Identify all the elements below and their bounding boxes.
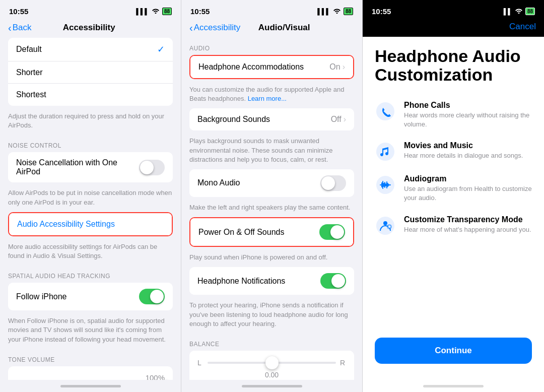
mid-back-button[interactable]: ‹ Accessibility <box>189 23 240 33</box>
mid-status-icons: ▌▌▌ 88 <box>317 8 353 15</box>
right-battery-badge: 88 <box>525 8 535 15</box>
balance-l-label: L <box>197 359 203 367</box>
mono-audio-item[interactable]: Mono Audio <box>189 169 354 197</box>
balance-group: L R 0.00 <box>189 351 354 380</box>
balance-item[interactable]: L R 0.00 <box>189 351 354 380</box>
left-nav-title: Accessibility <box>35 23 143 33</box>
noise-cancellation-item[interactable]: Noise Cancellation with One AirPod <box>8 152 173 182</box>
mid-back-chevron-icon: ‹ <box>189 23 193 33</box>
audio-accessibility-highlighted[interactable]: Audio Accessibility Settings <box>8 212 173 236</box>
left-home-indicator <box>0 380 181 392</box>
headphone-notifications-item[interactable]: Headphone Notifications <box>189 267 354 295</box>
follow-iphone-toggle[interactable] <box>139 289 165 304</box>
audiogram-title: Audiogram <box>404 174 532 183</box>
power-sounds-highlighted[interactable]: Power On & Off Sounds <box>189 217 354 247</box>
headphone-accommodations-item[interactable]: Headphone Accommodations On › <box>190 56 353 78</box>
right-status-bar: 10:55 ▌▌ 88 <box>363 0 544 20</box>
power-sounds-knob <box>330 225 344 239</box>
right-content: Headphone Audio Customization Phone Call… <box>363 37 544 380</box>
balance-r-label: R <box>340 359 346 367</box>
signal-icon: ▌▌▌ <box>136 8 149 15</box>
background-sounds-item[interactable]: Background Sounds Off › <box>189 108 354 130</box>
mono-audio-knob <box>321 176 335 190</box>
mid-status-bar: 10:55 ▌▌▌ 88 <box>181 0 362 20</box>
balance-thumb[interactable] <box>265 356 279 369</box>
shorter-label: Shorter <box>16 68 165 77</box>
back-label: Back <box>13 23 32 33</box>
cancel-button[interactable]: Cancel <box>509 22 536 32</box>
headphone-chevron-icon: › <box>343 62 345 72</box>
continue-button[interactable]: Continue <box>375 338 532 364</box>
follow-iphone-item[interactable]: Follow iPhone <box>8 283 173 310</box>
waveform-icon <box>375 174 396 195</box>
background-sounds-label: Background Sounds <box>197 115 331 124</box>
background-sounds-desc: Plays background sounds to mask unwanted… <box>181 135 362 169</box>
balance-track[interactable] <box>208 362 336 364</box>
left-home-bar <box>60 385 121 387</box>
mono-audio-desc: Make the left and right speakers play th… <box>181 201 362 217</box>
movies-music-title: Movies and Music <box>404 141 523 150</box>
audio-section-label: AUDIO <box>181 38 362 55</box>
svg-point-14 <box>383 221 387 225</box>
feature-movies-music: Movies and Music Hear more details in di… <box>375 141 532 162</box>
list-item-shorter[interactable]: Shorter <box>8 61 173 84</box>
transparency-desc: Hear more of what's happening around you… <box>404 225 531 234</box>
right-home-indicator <box>363 380 544 392</box>
feature-phone-calls: Phone Calls Hear words more clearly with… <box>375 101 532 129</box>
mono-audio-group: Mono Audio <box>189 169 354 197</box>
mid-home-indicator <box>181 380 362 392</box>
power-sounds-desc: Play sound when iPhone is powered on and… <box>181 251 362 267</box>
wifi-icon <box>152 8 160 15</box>
power-sounds-toggle[interactable] <box>319 224 345 240</box>
list-item-shortest[interactable]: Shortest <box>8 84 173 106</box>
follow-desc: When Follow iPhone is on, spatial audio … <box>0 314 181 349</box>
learn-more-link[interactable]: Learn more... <box>248 95 287 102</box>
svg-point-1 <box>376 143 394 161</box>
balance-section-label: BALANCE <box>181 334 362 351</box>
mono-audio-label: Mono Audio <box>197 178 320 187</box>
list-item-default[interactable]: Default ✓ <box>8 38 173 61</box>
headphone-notifications-toggle[interactable] <box>320 273 346 289</box>
back-button[interactable]: ‹ Back <box>8 23 31 33</box>
default-check-icon: ✓ <box>157 44 165 55</box>
follow-iphone-label: Follow iPhone <box>16 292 139 301</box>
background-sounds-value: Off <box>331 115 342 124</box>
tone-slider-container: 100% <box>8 366 173 380</box>
phone-icon <box>375 101 396 122</box>
audiogram-desc: Use an audiogram from Health to customiz… <box>404 184 532 203</box>
mono-audio-toggle[interactable] <box>320 175 346 191</box>
mid-wifi-icon <box>333 8 341 15</box>
tone-volume-label: TONE VOLUME <box>0 349 181 366</box>
back-chevron-icon: ‹ <box>8 23 12 33</box>
power-sounds-item[interactable]: Power On & Off Sounds <box>190 218 353 246</box>
phone-calls-desc: Hear words more clearly without raising … <box>404 111 532 129</box>
noise-cancellation-toggle[interactable] <box>139 160 165 175</box>
left-time: 10:55 <box>9 7 28 16</box>
person-icon <box>375 215 396 236</box>
background-sounds-group: Background Sounds Off › <box>189 108 354 130</box>
noise-desc: Allow AirPods to be put in noise cancell… <box>0 186 181 212</box>
mid-nav-title: Audio/Visual <box>244 23 324 33</box>
left-nav-bar: ‹ Back Accessibility <box>0 20 181 38</box>
audio-accessibility-item[interactable]: Audio Accessibility Settings <box>9 213 172 235</box>
mid-signal-icon: ▌▌▌ <box>317 8 330 15</box>
audio-accessibility-desc: More audio accessibility settings for Ai… <box>0 240 181 266</box>
right-status-icons: ▌▌ 88 <box>504 8 535 15</box>
phone-calls-title: Phone Calls <box>404 101 532 110</box>
music-icon <box>375 141 396 162</box>
mid-battery-badge: 88 <box>344 8 353 15</box>
headphone-notifications-desc: To protect your hearing, iPhone sends a … <box>181 299 362 334</box>
movies-music-desc: Hear more details in dialogue and songs. <box>404 151 523 160</box>
noise-cancellation-label: Noise Cancellation with One AirPod <box>16 158 139 176</box>
mid-panel: 10:55 ▌▌▌ 88 ‹ Accessibility Audio/Visua… <box>181 0 363 392</box>
mid-time: 10:55 <box>190 7 210 16</box>
background-sounds-chevron: › <box>344 115 346 124</box>
headphone-accommodations-highlighted[interactable]: Headphone Accommodations On › <box>189 55 354 79</box>
spatial-audio-group: Follow iPhone <box>8 283 173 310</box>
toggle-knob <box>140 161 154 174</box>
mid-scroll: AUDIO Headphone Accommodations On › You … <box>181 38 362 380</box>
headphone-title: Headphone Audio Customization <box>375 47 532 85</box>
headphone-notifications-knob <box>331 274 345 288</box>
right-panel: 10:55 ▌▌ 88 Cancel Headphone Audio Custo… <box>363 0 544 392</box>
movies-music-text: Movies and Music Hear more details in di… <box>404 141 523 160</box>
